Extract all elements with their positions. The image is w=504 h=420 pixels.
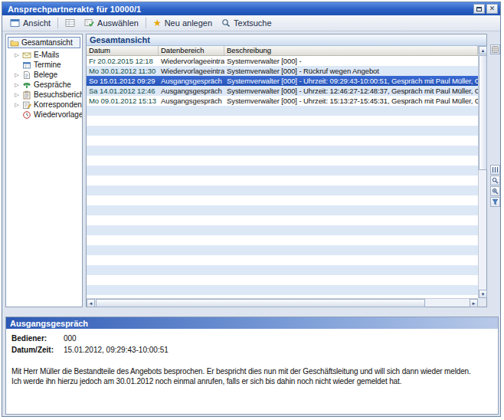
main-list-panel: Gesamtansicht Datum Datenbereich Beschre…: [86, 34, 487, 307]
vertical-scrollbar[interactable]: ▲ ▼: [478, 46, 486, 298]
detail-header: Ausgangsgespräch: [6, 317, 498, 329]
sidebar-item-korrespondenzen[interactable]: ▷ Korrespondenzen: [7, 100, 81, 110]
cell-datenbereich: Ausgangsgespräch: [159, 96, 224, 106]
restore-icon: [476, 7, 482, 11]
textsuche-button[interactable]: Textsuche: [217, 17, 277, 30]
cell-datenbereich: Wiedervorlageeintrag: [159, 66, 224, 76]
filter-button[interactable]: [490, 197, 500, 207]
field-value: 15.01.2012, 09:29:43-10:00:51: [64, 344, 169, 356]
window-title: Ansprechpartnerakte für 10000/1: [8, 5, 472, 14]
scroll-down-icon: ▼: [481, 292, 486, 297]
toolbar: Ansicht Auswählen ★ Neu anlegen Textsuch…: [2, 15, 500, 31]
sidebar-item-belege[interactable]: ▷ Belege: [7, 70, 81, 80]
table-row[interactable]: Mo 09.01.2012 15:13 Ausgangsgespräch Sys…: [87, 96, 478, 106]
close-button[interactable]: ✕: [486, 4, 498, 14]
horizontal-scroll-thumb[interactable]: [96, 299, 425, 307]
scrollbar-corner: [478, 298, 486, 307]
tree-root-gesamtansicht[interactable]: Gesamtansicht: [8, 37, 80, 48]
list-icon: [65, 18, 75, 28]
toolbar-separator: [146, 18, 146, 28]
sidebar-item-label: Besuchsberichte: [34, 90, 83, 99]
cell-datenbereich: Wiedervorlageeintrag: [159, 56, 224, 66]
view-window-icon: [10, 18, 20, 28]
list-side-toolbar: [490, 34, 500, 307]
table-header: Datum Datenbereich Beschreibung: [87, 46, 478, 56]
sidebar-item-wiedervorlagen[interactable]: Wiedervorlagen: [7, 110, 81, 120]
cell-beschreibung: Systemverwalter [000] - Rückruf wegen An…: [224, 66, 478, 76]
column-header-datum[interactable]: Datum: [87, 46, 159, 55]
cell-beschreibung: Systemverwalter [000] -: [224, 56, 478, 66]
list-tools-group: [490, 165, 500, 208]
cell-datum: Fr 20.02.2015 12:18: [87, 56, 159, 66]
auswaehlen-label: Auswählen: [97, 18, 139, 28]
scroll-up-icon: ▲: [481, 48, 486, 53]
sidebar-tree: Gesamtansicht ▷ E-Mails Termine ▷ Belege…: [5, 34, 83, 307]
table-row[interactable]: Mo 30.01.2012 11:30 Wiedervorlageeintrag…: [87, 66, 478, 76]
sidebar-item-label: Belege: [34, 71, 57, 79]
cell-datenbereich: Ausgangsgespräch: [159, 76, 224, 86]
letter-pen-icon: [22, 100, 31, 110]
toolbar-separator: [57, 18, 58, 28]
field-value: 000: [64, 333, 77, 344]
titlebar[interactable]: Ansprechpartnerakte für 10000/1 ✕: [2, 2, 500, 15]
close-icon: ✕: [489, 5, 496, 13]
scroll-up-button[interactable]: ▲: [479, 46, 487, 54]
columns-button[interactable]: [490, 165, 500, 175]
zoom-button[interactable]: [490, 186, 500, 196]
neu-anlegen-button[interactable]: ★ Neu anlegen: [149, 17, 217, 30]
detail-body: Bediener: 000 Datum/Zeit: 15.01.2012, 09…: [6, 329, 498, 390]
detail-field-bediener: Bediener: 000: [11, 333, 493, 344]
sidebar-item-label: Termine: [34, 61, 61, 69]
sidebar-item-besuchsberichte[interactable]: ▷ Besuchsberichte: [7, 90, 81, 100]
cell-beschreibung: Systemverwalter [000] - Uhrzeit: 09:29:4…: [224, 76, 478, 86]
select-check-icon: [84, 18, 94, 28]
table-row-selected[interactable]: So 15.01.2012 09:29 Ausgangsgespräch Sys…: [87, 76, 478, 86]
field-label: Bediener:: [11, 333, 64, 344]
detail-title: Ausgangsgespräch: [10, 319, 88, 328]
envelope-icon: [22, 51, 31, 60]
cell-beschreibung: Systemverwalter [000] - Uhrzeit: 12:46:2…: [224, 86, 478, 96]
column-chooser-button[interactable]: [490, 44, 500, 54]
list-view-button[interactable]: [61, 17, 80, 30]
cell-datum: Mo 09.01.2012 15:13: [87, 96, 159, 106]
ansicht-button[interactable]: Ansicht: [5, 17, 55, 30]
column-header-datenbereich[interactable]: Datenbereich: [159, 46, 224, 55]
note-line: Ich werde ihn hierzu jedoch am 30.01.201…: [11, 376, 493, 386]
sidebar-item-label: E-Mails: [34, 51, 59, 59]
expand-arrow-icon[interactable]: ▷: [14, 102, 20, 108]
sidebar-item-termine[interactable]: Termine: [7, 60, 81, 70]
horizontal-scrollbar[interactable]: ◄ ►: [87, 298, 478, 307]
auswaehlen-button[interactable]: Auswählen: [80, 17, 143, 30]
sidebar-item-label: Korrespondenzen: [34, 100, 83, 109]
clipboard-icon: [22, 90, 31, 100]
tree-root-label: Gesamtansicht: [21, 38, 73, 47]
cell-datum: Sa 14.01.2012 12:46: [87, 86, 159, 96]
column-header-beschreibung[interactable]: Beschreibung: [224, 46, 478, 55]
vertical-scroll-thumb[interactable]: [479, 55, 487, 170]
sidebar-item-gespraeche[interactable]: ▷ Gespräche: [7, 80, 81, 90]
expand-arrow-icon[interactable]: ▷: [14, 92, 20, 98]
table-body: Fr 20.02.2015 12:18 Wiedervorlageeintrag…: [87, 56, 478, 298]
search-icon: [492, 177, 499, 184]
textsuche-label: Textsuche: [234, 18, 272, 28]
search-icon: [221, 18, 231, 28]
table-row[interactable]: Fr 20.02.2015 12:18 Wiedervorlageeintrag…: [87, 56, 478, 66]
search-list-button[interactable]: [490, 176, 500, 185]
detail-note: Mit Herr Müller die Bestandteile des Ang…: [11, 366, 493, 386]
scroll-left-icon: ◄: [89, 301, 93, 306]
scroll-left-button[interactable]: ◄: [87, 299, 95, 307]
new-icon: ★: [153, 18, 162, 28]
expand-arrow-icon[interactable]: ▷: [14, 82, 20, 88]
sidebar-item-emails[interactable]: ▷ E-Mails: [7, 50, 81, 60]
scroll-right-button[interactable]: ►: [470, 299, 478, 307]
folder-icon: [10, 38, 19, 48]
sidebar-item-label: Wiedervorlagen: [34, 110, 83, 119]
expand-arrow-icon[interactable]: ▷: [14, 52, 20, 58]
table-row[interactable]: Sa 14.01.2012 12:46 Ausgangsgespräch Sys…: [87, 86, 478, 96]
expand-arrow-icon[interactable]: ▷: [14, 72, 20, 78]
cell-datum: So 15.01.2012 09:29: [87, 76, 159, 86]
restore-button[interactable]: [473, 4, 485, 14]
neu-anlegen-label: Neu anlegen: [165, 18, 212, 28]
cell-datenbereich: Ausgangsgespräch: [159, 86, 224, 96]
scroll-down-button[interactable]: ▼: [479, 290, 487, 298]
